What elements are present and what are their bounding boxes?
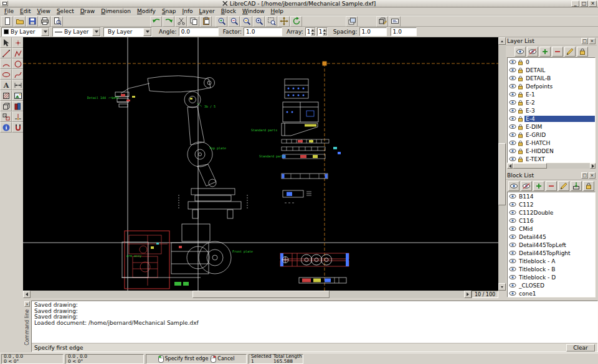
drawing-canvas[interactable]: Detail 144 - Left 3b / 5 Standard parts … <box>23 37 498 291</box>
layer-lock-icon[interactable] <box>518 132 523 138</box>
block-visibility-icon[interactable] <box>509 234 516 240</box>
menu-window[interactable]: Window <box>239 7 268 15</box>
canvas-vertical-scrollbar[interactable] <box>498 37 506 291</box>
scroll-left-icon[interactable] <box>507 163 513 169</box>
layer-row-0[interactable]: 0 <box>508 58 595 66</box>
layer-tool-eye-off[interactable] <box>527 47 538 57</box>
scroll-left-icon[interactable] <box>23 291 31 298</box>
toolbar-button-zoom-out[interactable] <box>228 16 240 27</box>
pen-width-select[interactable]: By Layer <box>52 27 101 37</box>
tool-info[interactable]: i <box>0 122 12 133</box>
menu-view[interactable]: View <box>34 7 54 15</box>
block-row-titleblock-a[interactable]: Titleblock - A <box>508 257 595 265</box>
layer-visibility-icon[interactable] <box>509 132 516 138</box>
toolbar-button-zoom-previous[interactable] <box>253 16 265 27</box>
vertical-scroll-thumb[interactable] <box>498 143 506 205</box>
float-panel-icon[interactable]: □ <box>581 172 588 179</box>
layer-lock-icon[interactable] <box>518 91 523 98</box>
toolbar-button-redraw[interactable] <box>290 16 302 27</box>
menu-help[interactable]: Help <box>268 7 287 15</box>
minimize-button[interactable]: _ <box>571 1 579 7</box>
spacing-x-input[interactable]: 1.0 <box>359 27 387 36</box>
close-button[interactable]: × <box>589 1 597 7</box>
maximize-button[interactable]: □ <box>580 1 588 7</box>
toolbar-button-pan[interactable] <box>278 16 290 27</box>
layer-visibility-icon[interactable] <box>509 83 516 89</box>
layer-row-e-text[interactable]: E-TEXT <box>508 155 595 163</box>
block-row-closed[interactable]: _CLOSED <box>508 281 595 289</box>
block-visibility-icon[interactable] <box>509 218 516 223</box>
menu-modify[interactable]: Modify <box>134 7 159 15</box>
menu-select[interactable]: Select <box>54 7 77 15</box>
layer-tool-pencil[interactable] <box>564 47 576 57</box>
spacing-y-input[interactable]: 1.0 <box>391 27 417 36</box>
layer-list-scrollbar[interactable] <box>507 163 596 169</box>
layer-visibility-icon[interactable] <box>509 140 516 146</box>
pen-linetype-select[interactable]: By Layer <box>103 27 152 37</box>
block-row-detail445topleft[interactable]: Detail445TopLeft <box>508 241 595 249</box>
toolbar-button-file-save[interactable] <box>26 16 38 27</box>
layer-row-defpoints[interactable]: Defpoints <box>508 82 595 90</box>
angle-input[interactable]: 0.0 <box>179 27 219 36</box>
layer-visibility-icon[interactable] <box>509 108 516 113</box>
close-panel-icon[interactable]: × <box>589 38 596 44</box>
tool-arc[interactable] <box>0 58 12 69</box>
layer-row-e-hatch[interactable]: E-HATCH <box>508 139 595 147</box>
layer-lock-icon[interactable] <box>518 124 523 130</box>
layer-visibility-icon[interactable] <box>509 75 516 81</box>
block-visibility-icon[interactable] <box>509 202 516 207</box>
layer-visibility-icon[interactable] <box>509 91 516 97</box>
layer-tool-lock[interactable] <box>577 47 588 57</box>
tool-trim[interactable] <box>12 111 24 122</box>
layer-row-e-grid[interactable]: E-GRID <box>508 131 595 139</box>
clear-button[interactable]: Clear <box>566 344 595 352</box>
layer-lock-icon[interactable] <box>518 67 523 73</box>
block-visibility-icon[interactable] <box>509 250 516 256</box>
canvas-horizontal-scrollbar[interactable] <box>23 291 472 298</box>
spin-down-icon[interactable] <box>323 32 327 35</box>
layer-tool-eye[interactable] <box>515 47 526 57</box>
toolbar-button-print[interactable] <box>39 16 50 27</box>
menu-info[interactable]: Info <box>179 7 196 15</box>
block-row-detail445[interactable]: Detail445 <box>508 233 595 241</box>
layer-row-e-4[interactable]: E-4 <box>508 114 595 123</box>
array-y-stepper[interactable]: 1 <box>317 27 328 36</box>
block-row-titleblock-b[interactable]: Titleblock - B <box>508 265 595 273</box>
spin-down-icon[interactable] <box>311 32 315 35</box>
block-tool-eye-off[interactable] <box>521 181 532 191</box>
array-x-stepper[interactable]: 1 <box>305 27 316 36</box>
toolbar-button-zoom-in[interactable] <box>216 16 227 27</box>
block-visibility-icon[interactable] <box>509 274 516 280</box>
tool-modify[interactable] <box>0 111 12 122</box>
block-tool-minus[interactable] <box>546 181 557 191</box>
menu-snap[interactable]: Snap <box>159 7 179 15</box>
toolbar-button-block-attributes[interactable] <box>389 16 401 27</box>
block-row-b114[interactable]: B114 <box>508 192 595 200</box>
layer-row-detail[interactable]: DETAIL <box>508 66 595 74</box>
block-tool-insert[interactable] <box>571 181 582 191</box>
toolbar-button-file-open[interactable] <box>14 16 26 27</box>
toolbar-button-file-new[interactable] <box>1 16 13 27</box>
tool-polyline[interactable] <box>12 48 24 58</box>
scroll-down-icon[interactable] <box>498 283 506 291</box>
layer-lock-icon[interactable] <box>518 108 523 114</box>
menu-edit[interactable]: Edit <box>17 7 34 15</box>
layer-lock-icon[interactable] <box>518 83 523 90</box>
layer-visibility-icon[interactable] <box>509 100 516 105</box>
tool-line[interactable] <box>0 48 12 58</box>
tool-spline[interactable] <box>12 69 24 80</box>
block-row-c112[interactable]: C112 <box>508 200 595 208</box>
menu-draw[interactable]: Draw <box>77 7 98 15</box>
block-visibility-icon[interactable] <box>509 226 516 231</box>
tool-library[interactable] <box>12 101 24 111</box>
layer-visibility-icon[interactable] <box>509 67 516 73</box>
layer-visibility-icon[interactable] <box>509 124 516 129</box>
scroll-up-icon[interactable] <box>498 37 506 45</box>
layer-row-detail-b[interactable]: DETAIL-B <box>508 74 595 82</box>
layer-row-e-1[interactable]: E-1 <box>508 90 595 98</box>
menu-block[interactable]: Block <box>218 7 239 15</box>
layer-lock-icon[interactable] <box>518 100 523 106</box>
layer-lock-icon[interactable] <box>518 148 523 154</box>
layer-lock-icon[interactable] <box>518 156 523 162</box>
layer-visibility-icon[interactable] <box>509 148 516 154</box>
